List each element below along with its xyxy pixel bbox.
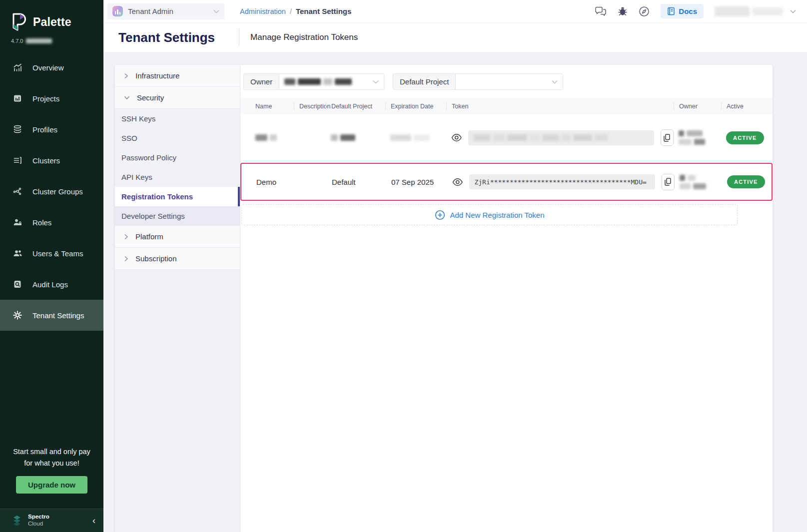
sidebar-item-overview[interactable]: Overview [0, 52, 103, 83]
eye-icon[interactable] [451, 133, 462, 142]
col-header-name: Name [240, 102, 294, 110]
status-badge: ACTIVE [727, 175, 765, 188]
version-redacted [26, 38, 52, 43]
sidebar-item-clusters[interactable]: Clusters [0, 145, 103, 176]
sidebar-item-roles[interactable]: Roles [0, 207, 103, 238]
chevron-right-icon [124, 73, 128, 79]
upgrade-now-button[interactable]: Upgrade now [16, 476, 87, 494]
app-root: Palette 4.7.0 Overview Projects [0, 0, 807, 532]
submenu-item-registration-tokens[interactable]: Registration Tokens [115, 187, 240, 206]
sidebar-item-users-teams[interactable]: Users & Teams [0, 238, 103, 269]
submenu-item-ssh-keys[interactable]: SSH Keys [115, 109, 240, 128]
copy-icon [664, 134, 670, 142]
table-row-highlighted[interactable]: Demo Default 07 Sep 2025 ZjRi***********… [240, 163, 773, 201]
profiles-icon [12, 124, 23, 134]
filters-row: Owner Default Project [240, 73, 773, 90]
token-masked-value: ZjRi************************************… [469, 174, 655, 189]
cell-expiration-date: 07 Sep 2025 [386, 178, 447, 186]
sidebar-item-audit-logs[interactable]: Audit Logs [0, 269, 103, 300]
menu-group-subscription[interactable]: Subscription [115, 248, 240, 270]
menu-group-platform[interactable]: Platform [115, 226, 240, 248]
page-subtitle: Manage Registration Tokens [250, 32, 358, 42]
table-header: Name Description Default Project Expirat… [240, 98, 773, 114]
add-token-label: Add New Registration Token [450, 211, 545, 219]
cell-name: Demo [241, 178, 295, 186]
copy-token-button[interactable] [662, 174, 675, 190]
user-menu[interactable] [715, 6, 796, 16]
scope-value: Tenant Admin [128, 7, 173, 15]
docs-button[interactable]: Docs [661, 4, 704, 18]
submenu-item-sso[interactable]: SSO [115, 128, 240, 148]
col-header-token: Token [446, 102, 674, 110]
bar-chart-icon [112, 6, 123, 16]
sidebar-item-label: Overview [32, 63, 64, 72]
sidebar-item-label: Projects [32, 94, 59, 103]
sidebar-item-label: Users & Teams [32, 249, 83, 258]
palette-logo-icon [10, 12, 28, 32]
cell-token [446, 129, 674, 146]
user-name-redacted [715, 6, 783, 16]
version-number: 4.7.0 [11, 38, 23, 44]
main-sidebar: Palette 4.7.0 Overview Projects [0, 0, 103, 532]
brand-name-line1: Spectro [28, 514, 49, 521]
cell-name-redacted [240, 134, 294, 141]
status-badge: ACTIVE [726, 131, 764, 144]
projects-icon [12, 93, 23, 103]
settings-card: Infrastructure Security SSH Keys SSO Pas… [115, 65, 773, 532]
sidebar-item-label: Tenant Settings [32, 311, 84, 320]
sidebar-collapse-icon[interactable]: ‹ [92, 516, 95, 526]
chevron-right-icon [124, 256, 128, 262]
sidebar-item-projects[interactable]: Projects [0, 83, 103, 114]
roles-icon [12, 217, 23, 227]
docs-label: Docs [679, 7, 697, 15]
sidebar-item-cluster-groups[interactable]: Cluster Groups [0, 176, 103, 207]
col-header-active: Active [721, 102, 773, 110]
col-header-expiration-date: Expiration Date [385, 102, 446, 110]
version-row: 4.7.0 [0, 33, 103, 44]
sidebar-item-label: Cluster Groups [32, 187, 83, 196]
owner-filter-label: Owner [244, 74, 279, 89]
cell-owner-redacted [674, 130, 721, 145]
page-header: Tenant Settings Manage Registration Toke… [103, 23, 807, 52]
sidebar-item-profiles[interactable]: Profiles [0, 114, 103, 145]
menu-group-label: Subscription [135, 254, 177, 263]
promo-line1: Start small and only pay [7, 446, 96, 457]
menu-group-infrastructure[interactable]: Infrastructure [115, 65, 240, 87]
overview-icon [12, 62, 23, 72]
chevron-down-icon [790, 9, 796, 13]
settings-submenu: Infrastructure Security SSH Keys SSO Pas… [115, 65, 240, 532]
cluster-groups-icon [12, 186, 23, 196]
cell-active: ACTIVE [722, 175, 772, 188]
submenu-item-password-policy[interactable]: Password Policy [115, 148, 240, 167]
scope-selector[interactable]: Tenant Admin [107, 3, 224, 19]
eye-icon[interactable] [452, 178, 463, 186]
table-row[interactable]: ACTIVE [240, 114, 773, 161]
compass-icon[interactable] [639, 6, 650, 17]
copy-token-button[interactable] [661, 129, 674, 146]
chat-icon[interactable] [595, 6, 607, 16]
menu-group-security[interactable]: Security [115, 87, 240, 109]
brand-bar: Spectro Cloud ‹ [0, 509, 103, 532]
sidebar-item-label: Clusters [32, 156, 60, 165]
breadcrumb-separator: / [290, 7, 292, 15]
sidebar-item-label: Profiles [32, 125, 57, 134]
breadcrumb-parent[interactable]: Administration [240, 7, 286, 15]
clusters-icon [12, 155, 23, 165]
book-icon [667, 7, 675, 15]
chevron-down-icon [124, 95, 130, 100]
content-area: Infrastructure Security SSH Keys SSO Pas… [103, 52, 807, 532]
add-registration-token-button[interactable]: Add New Registration Token [241, 204, 738, 225]
submenu-item-api-keys[interactable]: API Keys [115, 167, 240, 187]
breadcrumb: Administration / Tenant Settings [240, 7, 351, 15]
bug-icon[interactable] [618, 6, 628, 16]
gear-icon [12, 310, 23, 320]
owner-filter[interactable]: Owner [243, 73, 384, 90]
owner-filter-value-redacted [279, 78, 357, 85]
default-project-filter[interactable]: Default Project [393, 73, 563, 90]
cell-active: ACTIVE [721, 131, 773, 144]
sidebar-item-tenant-settings[interactable]: Tenant Settings [0, 300, 103, 331]
promo-line2: for what you use! [7, 458, 96, 469]
cell-token: ZjRi************************************… [447, 174, 675, 190]
registration-tokens-panel: Owner Default Project [240, 65, 773, 532]
submenu-item-developer-settings[interactable]: Developer Settings [115, 206, 240, 226]
